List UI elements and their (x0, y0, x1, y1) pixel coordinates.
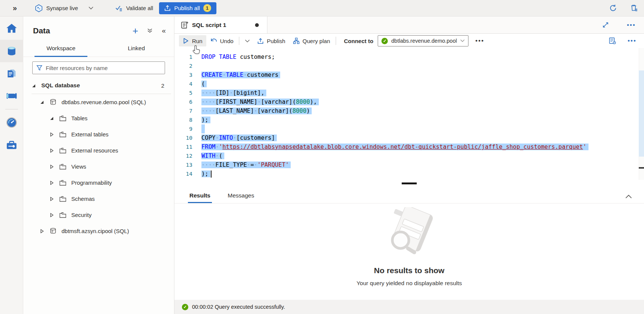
collapse-results-chevron-icon[interactable] (625, 194, 632, 203)
toolbar-more-icon[interactable]: ••• (475, 39, 484, 43)
tree-node-external-resources[interactable]: External resources (23, 142, 174, 158)
code-line-8[interactable]: 8); (174, 115, 644, 124)
refresh-icon[interactable] (609, 4, 617, 12)
empty-results-title: No results to show (374, 266, 444, 275)
tab-linked[interactable]: Linked (99, 40, 174, 57)
document-tabstrip: SQL script 1 ••• (174, 16, 644, 34)
folder-label: Schemas (71, 196, 95, 202)
tree-node-pool-1[interactable]: dbtlabs.revenue.demo.pool (SQL) (23, 94, 174, 110)
environment-switcher[interactable]: Synapse live (35, 4, 78, 12)
tab-results[interactable]: Results (189, 192, 210, 203)
tree-node-schemas[interactable]: Schemas (23, 191, 174, 207)
tab-workspace[interactable]: Workspace (23, 40, 99, 57)
tree-node-pool-2[interactable]: dbtmsft.azsyn.cipool (SQL) (23, 223, 174, 239)
expanded-arrow-icon[interactable] (31, 83, 36, 88)
validate-check-icon (115, 5, 123, 12)
tab-sql-script-1[interactable]: SQL script 1 (174, 16, 267, 33)
expanded-arrow-icon[interactable] (39, 100, 45, 105)
chevron-down-icon[interactable] (89, 6, 93, 10)
home-icon (6, 23, 17, 34)
splitter-drag-handle[interactable] (402, 182, 417, 184)
collapsed-arrow-icon[interactable] (39, 229, 45, 234)
nav-monitor[interactable] (0, 111, 23, 134)
doc-tab-title: SQL script 1 (192, 22, 226, 28)
run-button[interactable]: Run (179, 35, 206, 46)
collapsed-arrow-icon[interactable] (49, 196, 54, 202)
editor-scrollbar[interactable] (639, 48, 644, 180)
code-line-9[interactable]: 9 (174, 124, 644, 133)
chevron-down-icon (460, 39, 465, 42)
discard-trash-icon[interactable] (630, 4, 638, 12)
synapse-hexagon-icon (35, 4, 43, 12)
code-line-3[interactable]: 3CREATE·TABLE·customers (174, 70, 644, 79)
code-line-10[interactable]: 10COPY·INTO·[customers] (174, 133, 644, 142)
data-panel-tabs: Workspace Linked (23, 40, 174, 57)
code-line-1[interactable]: 1DROP TABLE customers; (174, 52, 644, 61)
collapse-panel-icon[interactable]: « (162, 27, 166, 35)
toolbox-icon (6, 140, 17, 150)
collapsed-arrow-icon[interactable] (49, 180, 54, 185)
connect-to-pool-select[interactable]: ✓ dbtlabs.revenue.demo.pool (378, 35, 468, 46)
query-plan-tree-icon (293, 37, 300, 44)
nav-data[interactable] (0, 40, 23, 62)
tree-node-programmability[interactable]: Programmability (23, 175, 174, 191)
expand-menu-icon[interactable]: » (13, 4, 17, 12)
tab-messages[interactable]: Messages (228, 192, 254, 203)
line-number: 14 (174, 169, 201, 178)
line-number: 7 (174, 106, 201, 115)
code-line-2[interactable]: 2 (174, 61, 644, 70)
nav-home[interactable] (0, 17, 23, 40)
add-resource-icon[interactable]: + (132, 27, 138, 34)
editor-more-icon[interactable]: ••• (627, 39, 636, 43)
code-line-6[interactable]: 6····[FIRST_NAME]·[varchar](8000), (174, 97, 644, 106)
collapsed-arrow-icon[interactable] (49, 164, 54, 169)
publish-all-button[interactable]: Publish all 1 (159, 2, 216, 14)
nav-manage[interactable] (0, 134, 23, 156)
unsaved-dot-icon (255, 23, 259, 27)
code-line-13[interactable]: 13····FILE_TYPE·=·'PARQUET' (174, 160, 644, 169)
collapsed-arrow-icon[interactable] (49, 148, 54, 153)
tree-node-security[interactable]: Security (23, 207, 174, 223)
tree-node-external-tables[interactable]: External tables (23, 126, 174, 142)
line-number: 11 (174, 142, 201, 151)
tree-node-sql-database[interactable]: SQL database 2 (23, 79, 174, 92)
pipeline-icon (6, 92, 17, 100)
query-plan-button[interactable]: Query plan (289, 35, 334, 46)
code-line-12[interactable]: 12WITH·( (174, 151, 644, 160)
undo-button[interactable]: Undo (206, 35, 237, 46)
nav-integrate[interactable] (0, 85, 23, 107)
line-number: 13 (174, 160, 201, 169)
code-line-4[interactable]: 4( (174, 79, 644, 88)
tree-node-tables[interactable]: Tables (23, 110, 174, 126)
tree-node-views[interactable]: Views (23, 158, 174, 175)
collapsed-arrow-icon[interactable] (49, 212, 54, 218)
folder-label: External tables (71, 131, 108, 138)
tab-more-icon[interactable]: ••• (627, 23, 636, 27)
publish-all-label: Publish all (174, 5, 200, 11)
publish-button[interactable]: Publish (254, 35, 289, 46)
code-line-11[interactable]: 11FROM·'https://dbtlabsynapsedatalake.bl… (174, 142, 644, 151)
line-number: 9 (174, 124, 201, 133)
undo-dropdown-button[interactable] (241, 35, 254, 46)
line-number: 1 (174, 52, 201, 61)
scrollbar-selection-mark (639, 70, 644, 157)
nav-develop[interactable] (0, 62, 23, 85)
expanded-arrow-icon[interactable] (49, 116, 54, 121)
filter-resources-input[interactable] (46, 65, 161, 71)
results-splitter[interactable] (174, 180, 644, 186)
filter-resources-box[interactable] (32, 61, 165, 74)
results-header: Results Messages (174, 186, 644, 203)
expand-editor-icon[interactable] (602, 22, 609, 28)
code-line-7[interactable]: 7····[LAST_NAME]·[varchar](8000) (174, 106, 644, 115)
code-line-14[interactable]: 14); (174, 169, 644, 178)
validate-all-button[interactable]: Validate all (115, 5, 153, 12)
publish-count-badge: 1 (203, 4, 211, 12)
sql-code-editor[interactable]: 1DROP TABLE customers;23CREATE·TABLE·cus… (174, 48, 644, 180)
collapsed-arrow-icon[interactable] (49, 132, 54, 137)
properties-icon[interactable] (609, 37, 616, 45)
code-lines[interactable]: 1DROP TABLE customers;23CREATE·TABLE·cus… (174, 52, 644, 178)
top-command-bar: » Synapse live Validate all Publish all … (0, 0, 644, 16)
collapse-all-icon[interactable] (147, 28, 153, 33)
scrollbar-cursor-mark (639, 167, 644, 169)
code-line-5[interactable]: 5····[ID]·[bigint], (174, 88, 644, 97)
